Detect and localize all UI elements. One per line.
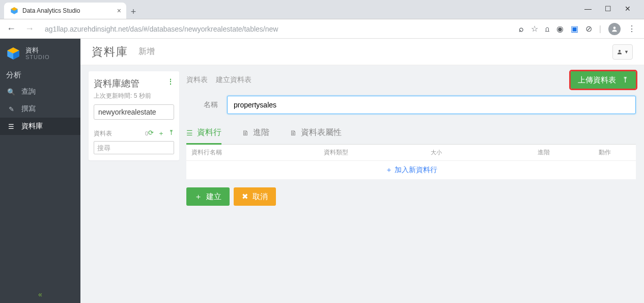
col-header-advanced: 進階 <box>533 148 573 157</box>
block-icon[interactable]: ⊘ <box>585 24 592 34</box>
upload-icon: ⤒ <box>622 75 629 85</box>
maximize-icon[interactable]: ☐ <box>605 5 611 13</box>
plus-icon: ＋ <box>194 192 202 202</box>
sidebar: 資料 STUDIO 分析 🔍 查詢 ✎ 撰寫 ☰ 資料庫 « <box>0 39 80 303</box>
database-select[interactable] <box>94 104 174 120</box>
breadcrumb-tables[interactable]: 資料表 <box>186 75 208 85</box>
browser-tab-title: Data Analytics Studio <box>22 7 113 14</box>
col-header-size: 大小 <box>426 149 533 156</box>
url-display[interactable]: ag1llap.azurehdinsight.net/das/#/databas… <box>41 25 515 33</box>
cancel-button-label: 取消 <box>253 192 268 202</box>
tab-label: 資料表屬性 <box>301 127 342 138</box>
chevron-double-left-icon: « <box>38 290 42 298</box>
add-table-icon[interactable]: ＋ <box>158 129 164 138</box>
sidebar-item-database[interactable]: ☰ 資料庫 <box>0 118 80 135</box>
tab-advanced[interactable]: 🗎 進階 <box>242 122 269 145</box>
close-icon: ✖ <box>242 192 248 201</box>
browser-tab[interactable]: Data Analytics Studio × <box>4 3 126 19</box>
content: 資料庫總管 ⋮ 上次更新時間: 5 秒前 資料表 0 ⟳ ＋ ⤒ <box>80 65 644 303</box>
record-icon[interactable]: ▣ <box>571 24 578 34</box>
plus-icon: ＋ <box>385 166 393 175</box>
breadcrumb-create-table: 建立資料表 <box>216 75 251 85</box>
db-explorer-panel: 資料庫總管 ⋮ 上次更新時間: 5 秒前 資料表 0 ⟳ ＋ ⤒ <box>89 71 179 160</box>
form-area: 資料表 建立資料表 上傳資料表 ⤒ 名稱 ☰ 資料行 <box>186 71 636 297</box>
create-button[interactable]: ＋ 建立 <box>186 187 230 206</box>
tables-label: 資料表 <box>94 129 143 138</box>
brand-line1: 資料 <box>25 47 50 54</box>
doc-icon: 🗎 <box>242 129 249 137</box>
sidebar-section-header: 分析 <box>0 68 80 83</box>
brand-line2: STUDIO <box>25 54 50 60</box>
page-subtitle: 新增 <box>138 46 155 57</box>
tab-label: 進階 <box>253 127 269 138</box>
upload-button-label: 上傳資料表 <box>578 75 616 85</box>
refresh-icon[interactable]: ⟳ <box>148 129 154 138</box>
tab-properties[interactable]: 🗎 資料表屬性 <box>290 122 342 145</box>
create-button-label: 建立 <box>206 192 221 202</box>
new-tab-button[interactable]: + <box>126 5 141 19</box>
tab-columns[interactable]: ☰ 資料行 <box>186 122 221 145</box>
svg-point-6 <box>619 50 621 52</box>
add-column-label: 加入新資料行 <box>395 166 437 175</box>
key-icon[interactable]: ⌕ <box>519 24 524 34</box>
name-label: 名稱 <box>186 100 227 109</box>
menu-icon[interactable]: ⋮ <box>628 24 636 34</box>
user-icon <box>617 49 623 55</box>
brand: 資料 STUDIO <box>0 39 80 68</box>
close-tab-icon[interactable]: × <box>117 7 121 15</box>
minimize-icon[interactable]: — <box>584 5 592 13</box>
search-icon: 🔍 <box>7 88 15 96</box>
list-icon: ☰ <box>186 129 193 137</box>
star-icon[interactable]: ☆ <box>531 24 538 34</box>
form-tabs: ☰ 資料行 🗎 進階 🗎 資料表屬性 <box>186 122 636 145</box>
db-explorer-title: 資料庫總管 <box>94 77 139 90</box>
db-updated-text: 上次更新時間: 5 秒前 <box>94 92 174 100</box>
table-name-input[interactable] <box>227 96 636 114</box>
forward-button[interactable]: → <box>22 22 37 36</box>
favicon-icon <box>10 7 18 15</box>
brand-logo-icon <box>6 46 20 61</box>
col-header-action: 動作 <box>573 148 636 157</box>
col-header-name: 資料行名稱 <box>186 148 319 157</box>
tab-label: 資料行 <box>197 127 221 138</box>
doc-icon: 🗎 <box>290 129 297 137</box>
tables-search-input[interactable] <box>94 141 174 154</box>
main: 資料庫 新增 ▼ 資料庫總管 ⋮ 上次更新時間: 5 秒前 資料表 0 <box>80 39 644 303</box>
camera-icon[interactable]: ◉ <box>556 24 564 34</box>
back-button[interactable]: ← <box>4 22 18 36</box>
titlebar: 資料庫 新增 ▼ <box>80 39 644 65</box>
divider: | <box>599 24 601 34</box>
database-icon: ☰ <box>7 123 15 130</box>
profile-avatar[interactable] <box>608 23 621 35</box>
sidebar-item-label: 撰寫 <box>21 104 36 114</box>
col-header-type: 資料類型 <box>319 148 426 157</box>
close-window-icon[interactable]: ✕ <box>625 5 631 13</box>
upload-icon[interactable]: ⤒ <box>169 129 174 138</box>
app-root: 資料 STUDIO 分析 🔍 查詢 ✎ 撰寫 ☰ 資料庫 « 資料庫 新增 ▼ <box>0 39 644 303</box>
collapse-sidebar-button[interactable]: « <box>0 286 80 303</box>
cast-icon[interactable]: ⩍ <box>545 24 549 34</box>
browser-toolbar-icons: ⌕ ☆ ⩍ ◉ ▣ ⊘ | ⋮ <box>519 23 640 35</box>
window-controls: — ☐ ✕ <box>584 0 644 17</box>
page-title: 資料庫 <box>92 44 128 60</box>
edit-icon: ✎ <box>7 105 15 113</box>
brand-text: 資料 STUDIO <box>25 47 50 60</box>
svg-point-2 <box>613 26 616 29</box>
caret-down-icon: ▼ <box>624 49 629 54</box>
add-column-row[interactable]: ＋ 加入新資料行 <box>186 161 636 179</box>
sidebar-item-query[interactable]: 🔍 查詢 <box>0 83 80 100</box>
browser-tab-bar: Data Analytics Studio × + <box>0 0 644 19</box>
db-explorer-menu-icon[interactable]: ⋮ <box>167 77 174 86</box>
user-menu-button[interactable]: ▼ <box>612 44 633 60</box>
sidebar-item-label: 資料庫 <box>21 122 43 131</box>
columns-grid-header: 資料行名稱 資料類型 大小 進階 動作 <box>186 145 636 161</box>
address-bar: ← → ag1llap.azurehdinsight.net/das/#/dat… <box>0 19 644 39</box>
sidebar-item-compose[interactable]: ✎ 撰寫 <box>0 100 80 118</box>
upload-table-button[interactable]: 上傳資料表 ⤒ <box>571 71 636 89</box>
sidebar-item-label: 查詢 <box>21 87 36 96</box>
cancel-button[interactable]: ✖ 取消 <box>234 187 276 206</box>
